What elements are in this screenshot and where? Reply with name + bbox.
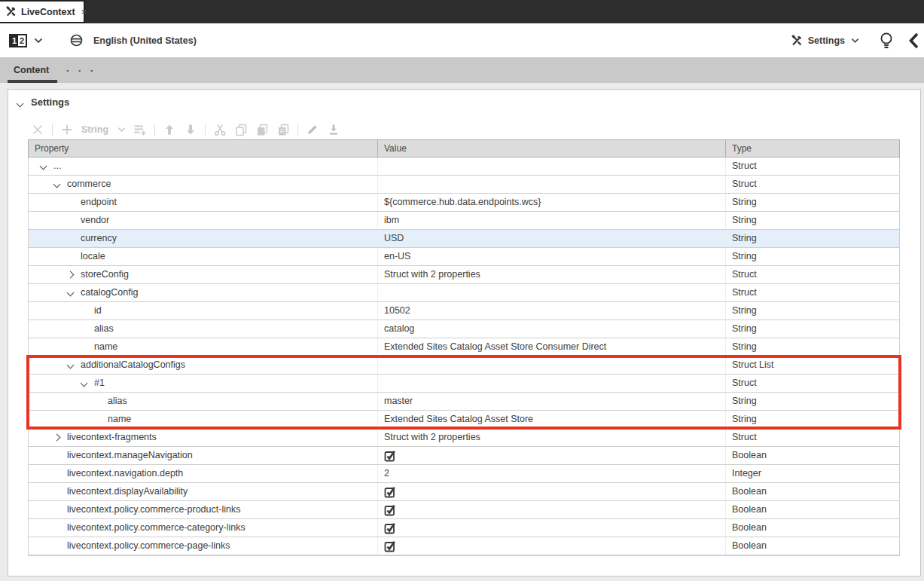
checked-checkbox-icon[interactable]: [384, 501, 397, 518]
table-row[interactable]: livecontext.policy.commerce-product-link…: [29, 501, 899, 519]
checked-checkbox-icon[interactable]: [384, 519, 397, 537]
table-row[interactable]: aliascatalogString: [29, 320, 899, 338]
property-value: catalog: [384, 323, 414, 334]
cut-icon[interactable]: [213, 123, 227, 136]
property-type-value: String: [81, 124, 108, 135]
type-cell: String: [725, 194, 900, 211]
locale-label[interactable]: English (United States): [93, 35, 197, 46]
tab-content-label: Content: [14, 65, 49, 75]
table-row[interactable]: currencyUSDString: [29, 230, 899, 248]
checked-checkbox-icon[interactable]: [384, 537, 397, 555]
site-badge-first: 1: [11, 35, 18, 46]
struct-editor-toolbar: String: [31, 121, 340, 138]
type-cell: String: [725, 411, 900, 428]
value-cell[interactable]: [377, 537, 725, 555]
site-indicator-badge[interactable]: 1 2: [9, 34, 27, 47]
table-row[interactable]: vendoribmString: [29, 212, 899, 230]
tab-content[interactable]: Content: [8, 57, 55, 83]
property-name: livecontext.policy.commerce-category-lin…: [67, 522, 245, 533]
table-row[interactable]: livecontext.manageNavigationBoolean: [29, 447, 899, 465]
value-cell[interactable]: 2: [377, 465, 725, 482]
window-tab-livecontext[interactable]: LiveContext ×: [0, 0, 85, 23]
import-icon[interactable]: [327, 123, 340, 136]
lightbulb-icon[interactable]: [879, 32, 894, 50]
value-cell[interactable]: [377, 176, 725, 193]
collapse-panel-chevron-icon[interactable]: [907, 32, 919, 50]
tools-icon: [5, 6, 17, 17]
column-header-value[interactable]: Value: [377, 140, 725, 157]
property-name: livecontext.policy.commerce-page-links: [67, 540, 230, 551]
property-name: #1: [94, 378, 105, 388]
table-row[interactable]: nameExtended Sites Catalog Asset Store C…: [29, 338, 899, 356]
value-cell[interactable]: Struct with 2 properties: [377, 266, 725, 283]
table-row[interactable]: nameExtended Sites Catalog Asset StoreSt…: [29, 411, 899, 429]
paste-icon[interactable]: [255, 123, 269, 136]
table-row[interactable]: id10502String: [29, 302, 899, 320]
value-cell[interactable]: [377, 284, 725, 301]
table-row[interactable]: localeen-USString: [29, 248, 899, 266]
value-cell[interactable]: en-US: [377, 248, 725, 265]
table-row[interactable]: livecontext-fragmentsStruct with 2 prope…: [29, 429, 899, 447]
table-row[interactable]: commerceStruct: [29, 176, 899, 194]
table-row[interactable]: aliasmasterString: [29, 393, 899, 411]
value-cell[interactable]: [377, 501, 725, 518]
expand-chevron-icon[interactable]: [53, 434, 61, 442]
table-row[interactable]: #1Struct: [29, 375, 899, 393]
table-row[interactable]: additionalCatalogConfigsStruct List: [29, 356, 899, 375]
remove-button[interactable]: [31, 123, 44, 136]
type-cell: Struct: [725, 284, 900, 301]
value-cell[interactable]: Extended Sites Catalog Asset Store Consu…: [377, 338, 725, 356]
value-cell[interactable]: ${commerce.hub.data.endpoints.wcs}: [377, 194, 725, 211]
collapse-chevron-icon[interactable]: [81, 380, 88, 387]
site-dropdown-chevron-icon[interactable]: [34, 38, 43, 44]
checked-checkbox-icon[interactable]: [384, 483, 397, 500]
tab-overflow-menu[interactable]: · · ·: [66, 57, 96, 83]
toolbar-separator: [154, 124, 155, 136]
property-value: ibm: [384, 215, 399, 225]
value-cell[interactable]: [377, 519, 725, 537]
value-cell[interactable]: ibm: [377, 212, 725, 229]
checked-checkbox-icon[interactable]: [384, 447, 397, 464]
column-header-type[interactable]: Type: [725, 140, 900, 157]
table-row[interactable]: endpoint${commerce.hub.data.endpoints.wc…: [29, 194, 899, 212]
table-header: Property Value Type: [28, 139, 900, 157]
value-cell[interactable]: 10502: [377, 302, 725, 320]
add-property-button[interactable]: [60, 123, 74, 136]
settings-dropdown-chevron-icon[interactable]: [851, 38, 859, 44]
value-cell[interactable]: USD: [377, 230, 725, 247]
table-row[interactable]: livecontext.displayAvailabilityBoolean: [29, 483, 899, 501]
value-cell[interactable]: [377, 157, 725, 175]
copy-icon[interactable]: [234, 123, 248, 136]
paste-special-icon[interactable]: [276, 123, 290, 136]
table-row[interactable]: livecontext.policy.commerce-page-linksBo…: [29, 537, 899, 555]
table-row[interactable]: livecontext.navigation.depth2Integer: [29, 465, 899, 483]
table-row[interactable]: catalogConfigStruct: [29, 284, 899, 302]
value-cell[interactable]: catalog: [377, 320, 725, 338]
table-row[interactable]: storeConfigStruct with 2 propertiesStruc…: [29, 266, 899, 284]
value-cell[interactable]: Struct with 2 properties: [377, 429, 725, 446]
collapse-chevron-icon[interactable]: [67, 362, 75, 369]
property-type-select[interactable]: String: [81, 124, 126, 135]
collapse-section-chevron-icon[interactable]: [17, 100, 24, 108]
value-cell[interactable]: [377, 375, 725, 392]
property-name: alias: [94, 323, 114, 334]
close-icon[interactable]: ×: [81, 6, 87, 17]
table-row[interactable]: ...Struct: [29, 157, 899, 176]
add-to-list-button[interactable]: [133, 123, 147, 136]
value-cell[interactable]: master: [377, 393, 725, 410]
collapse-chevron-icon[interactable]: [67, 289, 75, 297]
collapse-chevron-icon[interactable]: [40, 163, 47, 170]
move-up-button[interactable]: [163, 123, 176, 136]
table-row[interactable]: livecontext.policy.commerce-category-lin…: [29, 519, 899, 537]
settings-menu-label[interactable]: Settings: [808, 35, 845, 46]
expand-chevron-icon[interactable]: [67, 271, 75, 279]
settings-panel-header[interactable]: Settings: [8, 90, 920, 112]
value-cell[interactable]: [377, 447, 725, 464]
collapse-chevron-icon[interactable]: [53, 181, 61, 188]
value-cell[interactable]: [377, 356, 725, 374]
edit-pencil-icon[interactable]: [306, 123, 319, 136]
column-header-property[interactable]: Property: [29, 140, 377, 157]
value-cell[interactable]: Extended Sites Catalog Asset Store: [377, 411, 725, 428]
value-cell[interactable]: [377, 483, 725, 500]
move-down-button[interactable]: [184, 123, 197, 136]
